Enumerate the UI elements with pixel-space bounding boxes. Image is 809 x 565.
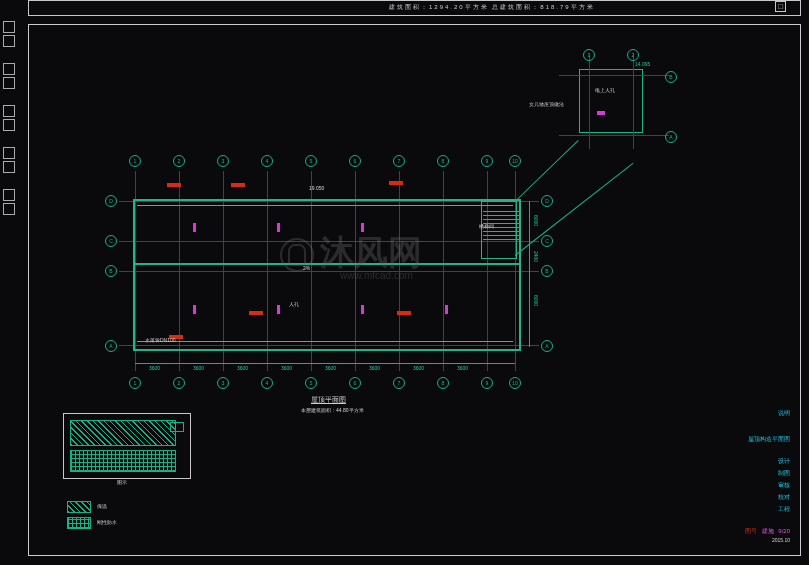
grid-bubble: 2 [173, 377, 185, 389]
annotation-mark [397, 311, 411, 315]
elev-note: 19.050 [309, 185, 324, 191]
drain-mark [361, 223, 364, 232]
grid-bubble: 4 [261, 155, 273, 167]
grid-bubble: D [541, 195, 553, 207]
legend-swatch-icon [67, 517, 91, 529]
floor-plan: 1 2 3 4 5 6 7 8 9 10 1 2 3 4 5 6 7 8 9 1… [89, 55, 689, 415]
drain-mark [445, 305, 448, 314]
tb-row: 审核 [730, 479, 790, 491]
grid-bubble: 8 [437, 155, 449, 167]
gridline [559, 135, 669, 136]
gridline [633, 53, 634, 149]
grid-bubble: 2 [627, 49, 639, 61]
tb-no-value: 建施 [762, 528, 774, 534]
leader-line [515, 163, 634, 256]
dim-text: 3600 [325, 365, 336, 371]
dim-text: 2400 [533, 251, 539, 262]
tb-row: 设计 [730, 455, 790, 467]
layer-swatch[interactable] [2, 146, 26, 174]
grid-bubble: 9 [481, 377, 493, 389]
grid-bubble: A [665, 131, 677, 143]
room-label: 楼梯间 [479, 223, 494, 229]
tb-row: 校对 [730, 491, 790, 503]
layer-swatch[interactable] [2, 62, 26, 90]
grid-bubble: C [105, 235, 117, 247]
grid-bubble: 10 [509, 155, 521, 167]
tb-row: 工程 [730, 503, 790, 515]
annotation-mark [389, 181, 403, 185]
dim-text: 3600 [413, 365, 424, 371]
legend-block: 图示 保温 刚性防水 [63, 413, 193, 543]
legend-swatch-icon [67, 501, 91, 513]
dim-line [529, 201, 530, 347]
grid-bubble: 3 [217, 377, 229, 389]
grid-bubble: 5 [305, 377, 317, 389]
dim-line [135, 363, 515, 364]
detail-note: 女儿墙压顶做法 [529, 101, 564, 107]
parapet [137, 341, 513, 342]
layer-palette[interactable] [0, 18, 26, 558]
drain-mark [361, 305, 364, 314]
layer-swatch[interactable] [2, 104, 26, 132]
drain-mark [277, 223, 280, 232]
annotation-mark [231, 183, 245, 187]
grid-bubble: 9 [481, 155, 493, 167]
upper-area-note: 建筑面积：1294.20平方米 总建筑面积：818.79平方米 [389, 3, 595, 12]
dim-text: 6000 [533, 295, 539, 306]
grid-bubble: 6 [349, 377, 361, 389]
drawing-subtitle: 本层建筑面积：44.80平方米 [301, 407, 364, 413]
stair-icon [483, 211, 519, 251]
grid-bubble: 8 [437, 377, 449, 389]
grid-bubble: 3 [217, 155, 229, 167]
grid-bubble: A [105, 340, 117, 352]
drawing-title: 屋顶平面图 [311, 395, 346, 405]
grid-bubble: 7 [393, 155, 405, 167]
hatch-label: 电上人孔 [595, 87, 615, 93]
grid-bubble: 1 [129, 155, 141, 167]
tb-no-label: 图号 [745, 528, 757, 534]
corner-symbol: □ [775, 1, 786, 12]
legend-label: 刚性防水 [97, 519, 117, 525]
tb-drawing-name: 屋顶构造平面图 [730, 433, 790, 445]
legend-frame [63, 413, 191, 479]
legend-hatch-icon [70, 420, 176, 446]
annotation-mark [167, 183, 181, 187]
elev-label: 14.095 [635, 61, 650, 67]
grid-bubble: C [541, 235, 553, 247]
slope-label: 2% [303, 265, 310, 271]
grid-bubble: 2 [173, 155, 185, 167]
roof-note: 人孔 [289, 301, 299, 307]
grid-bubble: B [665, 71, 677, 83]
drawing-frame[interactable]: 1 2 3 4 5 6 7 8 9 10 1 2 3 4 5 6 7 8 9 1… [28, 24, 801, 556]
tb-date: 2015.10 [730, 537, 790, 543]
cad-viewport: 建筑面积：1294.20平方米 总建筑面积：818.79平方米 □ 1 2 3 … [0, 0, 809, 565]
ridge-line [133, 263, 519, 265]
title-block: 说明 屋顶构造平面图 设计 制图 审核 校对 工程 图号 建施 9/20 201… [730, 407, 790, 543]
dim-text: 6000 [533, 215, 539, 226]
grid-bubble: A [541, 340, 553, 352]
dim-text: 3600 [149, 365, 160, 371]
grid-bubble: 4 [261, 377, 273, 389]
legend-label: 保温 [97, 503, 107, 509]
legend-notch [170, 422, 184, 432]
parapet [137, 205, 513, 206]
drain-mark [193, 305, 196, 314]
upper-drawing-strip: 建筑面积：1294.20平方米 总建筑面积：818.79平方米 □ [28, 0, 801, 16]
grid-bubble: 1 [583, 49, 595, 61]
drain-mark [193, 223, 196, 232]
legend-caption: 图示 [117, 479, 127, 485]
dim-text: 3600 [281, 365, 292, 371]
grid-bubble: B [105, 265, 117, 277]
tb-sheet: 9/20 [778, 528, 790, 534]
grid-bubble: 1 [129, 377, 141, 389]
grid-bubble: 7 [393, 377, 405, 389]
layer-swatch[interactable] [2, 188, 26, 216]
tb-row: 制图 [730, 467, 790, 479]
layer-swatch[interactable] [2, 20, 26, 48]
drain-mark [277, 305, 280, 314]
dim-text: 3600 [369, 365, 380, 371]
leader-line [515, 140, 579, 202]
gridline [589, 53, 590, 149]
grid-bubble: D [105, 195, 117, 207]
gridline [559, 75, 669, 76]
